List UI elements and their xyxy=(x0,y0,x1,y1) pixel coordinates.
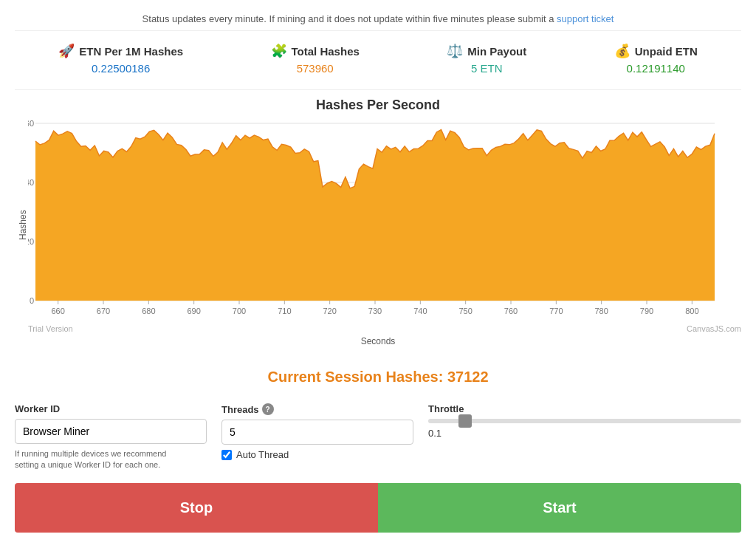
session-hashes: Current Session Hashes: 37122 xyxy=(15,354,741,403)
stat-label-min-payout: ⚖️ Min Payout xyxy=(447,43,526,59)
auto-thread-checkbox[interactable] xyxy=(221,450,232,460)
stat-label-total-hashes: 🧩 Total Hashes xyxy=(271,43,360,59)
worker-id-input[interactable] xyxy=(15,419,207,444)
stat-label-unpaid-etn: 💰 Unpaid ETN xyxy=(614,43,698,59)
stat-icon-unpaid-etn: 💰 xyxy=(614,43,630,59)
stat-name-unpaid-etn: Unpaid ETN xyxy=(635,45,698,58)
buttons-row: Stop Start xyxy=(15,483,741,533)
stat-value-min-payout: 5 ETN xyxy=(447,62,526,75)
chart-title: Hashes Per Second xyxy=(15,98,741,113)
chart-area: Trial Version CanvasJS.com xyxy=(28,116,741,335)
stats-row: 🚀 ETN Per 1M Hashes 0.22500186 🧩 Total H… xyxy=(15,31,741,82)
session-hashes-value: 37122 xyxy=(447,369,489,385)
auto-thread-row: Auto Thread xyxy=(221,449,413,460)
chart-footer: Trial Version CanvasJS.com xyxy=(28,323,741,335)
session-hashes-label: Current Session Hashes: xyxy=(267,369,443,385)
trial-text: Trial Version xyxy=(28,324,73,333)
stat-etn-per-hashes: 🚀 ETN Per 1M Hashes 0.22500186 xyxy=(58,43,183,75)
worker-id-group: Worker ID If running multiple devices we… xyxy=(15,403,207,471)
threads-label: Threads ? xyxy=(221,403,413,415)
stat-icon-etn-per-hashes: 🚀 xyxy=(58,43,75,59)
canvasjs-text: CanvasJS.com xyxy=(687,324,741,333)
stat-value-total-hashes: 573960 xyxy=(271,62,360,75)
threads-input[interactable] xyxy=(221,420,413,445)
status-bar: Status updates every minute. If mining a… xyxy=(15,7,741,31)
start-button[interactable]: Start xyxy=(378,483,741,533)
throttle-slider-container: 0.1 xyxy=(428,419,741,439)
threads-help-icon[interactable]: ? xyxy=(262,403,274,415)
controls-row: Worker ID If running multiple devices we… xyxy=(15,403,741,483)
throttle-slider[interactable] xyxy=(428,419,741,423)
stat-total-hashes: 🧩 Total Hashes 573960 xyxy=(271,43,360,75)
stat-value-etn-per-hashes: 0.22500186 xyxy=(58,62,183,75)
worker-id-hint: If running multiple devices we recommend… xyxy=(15,448,192,471)
stat-value-unpaid-etn: 0.12191140 xyxy=(614,62,698,75)
stat-name-min-payout: Min Payout xyxy=(467,45,526,58)
stop-button[interactable]: Stop xyxy=(15,483,378,533)
hash-chart-canvas xyxy=(28,116,722,323)
stat-icon-min-payout: ⚖️ xyxy=(447,43,463,59)
worker-id-label: Worker ID xyxy=(15,403,207,414)
throttle-label: Throttle xyxy=(428,403,741,414)
status-text: Status updates every minute. If mining a… xyxy=(142,13,557,24)
x-axis-label: Seconds xyxy=(15,336,741,346)
support-link[interactable]: support ticket xyxy=(557,13,614,24)
stat-name-etn-per-hashes: ETN Per 1M Hashes xyxy=(79,45,183,58)
threads-group: Threads ? Auto Thread xyxy=(221,403,413,460)
stat-icon-total-hashes: 🧩 xyxy=(271,43,287,59)
divider-1 xyxy=(15,89,741,90)
throttle-value: 0.1 xyxy=(428,428,741,439)
auto-thread-label[interactable]: Auto Thread xyxy=(236,449,289,460)
stat-name-total-hashes: Total Hashes xyxy=(292,45,360,58)
throttle-group: Throttle 0.1 xyxy=(428,403,741,439)
stat-min-payout: ⚖️ Min Payout 5 ETN xyxy=(447,43,526,75)
chart-section: Hashes Per Second Hashes Trial Version C… xyxy=(15,98,741,346)
y-axis-label: Hashes xyxy=(15,116,28,335)
stat-unpaid-etn: 💰 Unpaid ETN 0.12191140 xyxy=(614,43,698,75)
stat-label-etn-per-hashes: 🚀 ETN Per 1M Hashes xyxy=(58,43,183,59)
